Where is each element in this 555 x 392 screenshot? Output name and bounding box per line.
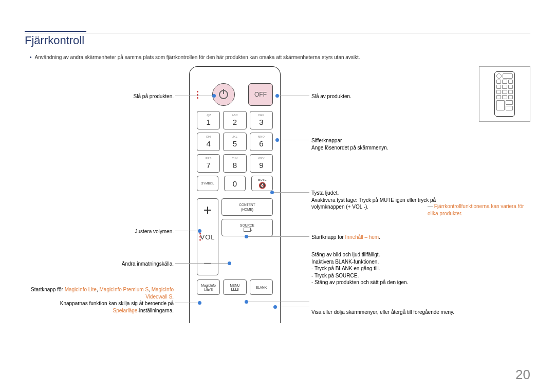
num-6-button[interactable]: MNO6 [250,133,273,151]
power-off-button[interactable]: OFF [248,83,273,106]
page-title: Fjärrkontroll [25,33,530,47]
magicinfo-label-2: Lite/S [204,288,213,291]
menu-label: MENU [230,284,239,287]
volume-down-icon: − [203,256,212,271]
page-number: 20 [515,367,530,383]
num-0-button[interactable]: 0 [224,176,246,191]
content-home-button[interactable]: CONTENT (HOME) [221,198,273,216]
source-icon [244,228,251,232]
num-1-button[interactable]: .QZ1 [197,111,220,129]
label-content-home: Startknapp för Innehåll – hem. [311,234,455,241]
label-number-keys: Sifferknappar Ange lösenordet på skärmme… [311,137,455,151]
num-7-button[interactable]: PRS7 [197,154,220,173]
remote-thumbnail [479,66,530,122]
source-label: SOURCE [240,223,254,228]
num-4-button[interactable]: GHI4 [197,133,220,151]
source-button[interactable]: SOURCE [221,219,273,236]
label-blank: Stäng av bild och ljud tillfälligt. Inak… [311,251,466,286]
menu-icon [231,288,238,291]
label-change-source: Ändra inmatningskälla. [25,260,174,268]
num-2-button[interactable]: ABC2 [223,111,246,129]
content-label-1: CONTENT [239,203,255,207]
symbol-button[interactable]: SYMBOL [197,176,218,191]
num-5-button[interactable]: JKL5 [223,133,246,151]
label-power-on: Slå på produkten. [25,93,174,100]
magicinfo-button[interactable]: MagicInfo Lite/S [197,279,220,295]
label-menu: Visa eller dölja skärmmenyer, eller åter… [311,309,455,316]
volume-rocker[interactable]: + VOL − [197,198,218,275]
label-mute: Tysta ljudet. Avaktivera tyst läge: Tryc… [311,190,455,211]
mute-icon: 🔇 [258,182,266,189]
magicinfo-label-1: MagicInfo [201,284,216,287]
volume-label: VOL [200,233,215,241]
label-adjust-volume: Justera volymen. [25,228,174,235]
remote-body: OFF .QZ1ABC2DEF3GHI4JKL5MNO6PRS7TUV8WXY9… [189,66,281,323]
label-power-off: Slå av produkten. [311,93,455,100]
num-8-button[interactable]: TUV8 [223,154,246,173]
label-magicinfo: Startknapp för MagicInfo Lite, MagicInfo… [25,286,174,314]
num-3-button[interactable]: DEF3 [250,111,273,129]
num-9-button[interactable]: WXY9 [250,154,273,173]
volume-up-icon: + [203,203,212,217]
blank-button[interactable]: BLANK [250,279,273,295]
content-label-2: (HOME) [241,208,253,212]
menu-button[interactable]: MENU [223,279,246,295]
mute-label: MUTE [258,178,267,181]
mute-button[interactable]: MUTE 🔇 [251,176,273,191]
blank-label: BLANK [256,286,267,289]
intro-note: Användning av andra skärmenheter på samm… [25,54,530,61]
